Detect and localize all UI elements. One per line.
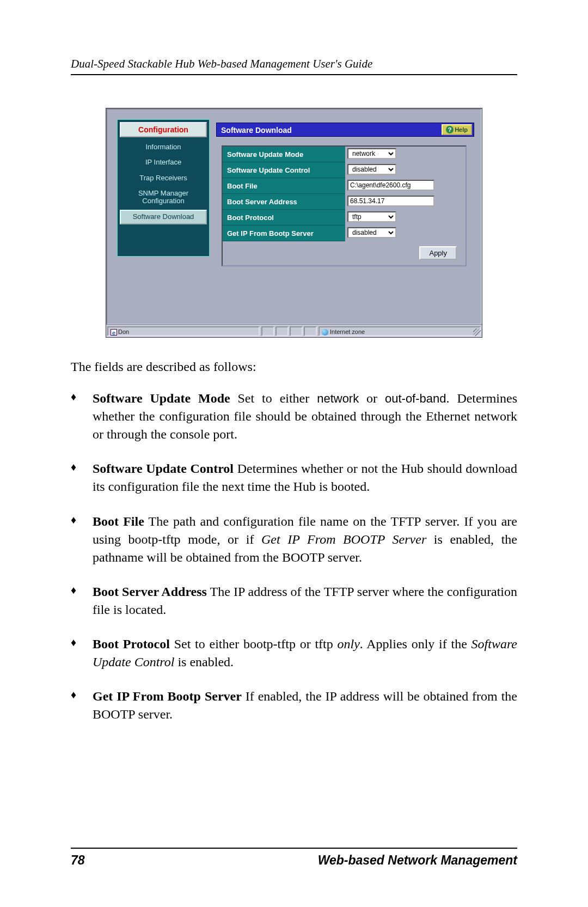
select-software-update-mode[interactable]: network xyxy=(347,148,396,159)
sidebar-item-information[interactable]: Information xyxy=(118,139,209,155)
term: Get IP From Bootp Server xyxy=(93,689,242,703)
page-footer: 78 Web-based Network Management xyxy=(71,848,517,868)
panel-title-bar: Software Download ?Help xyxy=(216,123,474,137)
select-boot-protocol[interactable]: tftp xyxy=(347,211,396,222)
page-header: Dual-Speed Stackable Hub Web-based Manag… xyxy=(71,57,517,75)
bullet-boot-server-address: Boot Server Address The IP address of th… xyxy=(93,583,517,619)
help-icon: ? xyxy=(446,126,454,133)
term: Software Update Mode xyxy=(93,391,230,405)
row-boot-server-address: Boot Server Address xyxy=(223,194,465,210)
sidebar-item-software-download[interactable]: Software Download xyxy=(120,210,207,224)
status-left: Don xyxy=(107,326,260,336)
screenshot-body: Configuration Information IP Interface T… xyxy=(106,108,482,325)
ie-icon xyxy=(111,329,117,336)
term: Boot Protocol xyxy=(93,637,170,651)
field-list: Software Update Mode Set to either netwo… xyxy=(71,389,517,724)
label-software-update-mode: Software Update Mode xyxy=(223,147,345,162)
label-boot-protocol: Boot Protocol xyxy=(223,210,345,226)
bullet-get-ip-bootp: Get IP From Bootp Server If enabled, the… xyxy=(93,687,517,723)
bullet-software-update-mode: Software Update Mode Set to either netwo… xyxy=(93,389,517,443)
row-software-update-control: Software Update Control disabled xyxy=(223,162,465,178)
globe-icon xyxy=(322,329,328,336)
text: Set to either bootp-tftp or tftp xyxy=(170,637,338,651)
row-get-ip-bootp: Get IP From Bootp Server disabled xyxy=(223,226,465,241)
input-boot-file[interactable] xyxy=(347,180,434,191)
status-seg-1 xyxy=(261,326,274,336)
status-left-text: Don xyxy=(118,328,129,335)
code-text: network xyxy=(317,392,359,405)
label-boot-server-address: Boot Server Address xyxy=(223,194,345,210)
label-software-update-control: Software Update Control xyxy=(223,162,345,178)
row-boot-protocol: Boot Protocol tftp xyxy=(223,210,465,226)
screenshot-container: Configuration Information IP Interface T… xyxy=(106,108,482,338)
term: Boot File xyxy=(93,514,144,528)
text: or xyxy=(359,391,385,405)
config-sidebar: Configuration Information IP Interface T… xyxy=(117,119,210,257)
term: Software Update Control xyxy=(93,461,234,476)
bullet-boot-protocol: Boot Protocol Set to either bootp-tftp o… xyxy=(93,635,517,671)
help-label: Help xyxy=(455,126,468,133)
panel-title-text: Software Download xyxy=(221,126,292,135)
resize-grip-icon xyxy=(473,328,481,336)
input-boot-server-address[interactable] xyxy=(347,196,434,206)
footer-section: Web-based Network Management xyxy=(318,853,517,868)
status-seg-2 xyxy=(275,326,289,336)
select-software-update-control[interactable]: disabled xyxy=(347,164,396,175)
status-bar: Don Internet zone xyxy=(106,324,482,337)
sidebar-item-snmp-manager[interactable]: SNMP Manager Configuration xyxy=(118,186,209,209)
italic-text: only xyxy=(337,637,359,651)
select-get-ip-bootp[interactable]: disabled xyxy=(347,227,396,238)
text: Set to either xyxy=(230,391,317,405)
apply-button[interactable]: Apply xyxy=(419,246,457,260)
status-seg-4 xyxy=(304,326,317,336)
italic-text: Get IP From BOOTP Server xyxy=(261,532,426,546)
label-boot-file: Boot File xyxy=(223,178,345,194)
status-zone: Internet zone xyxy=(318,326,481,336)
intro-text: The fields are described as follows: xyxy=(71,360,517,374)
text: is enabled. xyxy=(174,655,234,669)
status-zone-text: Internet zone xyxy=(330,328,365,335)
bullet-boot-file: Boot File The path and configuration fil… xyxy=(93,513,517,567)
row-boot-file: Boot File xyxy=(223,178,465,194)
row-software-update-mode: Software Update Mode network xyxy=(223,147,465,162)
sidebar-title: Configuration xyxy=(120,122,207,137)
bullet-software-update-control: Software Update Control Determines wheth… xyxy=(93,460,517,496)
code-text: out-of-band xyxy=(385,392,446,405)
status-seg-3 xyxy=(290,326,303,336)
sidebar-item-trap-receivers[interactable]: Trap Receivers xyxy=(118,171,209,186)
form-panel: Software Update Mode network Software Up… xyxy=(222,145,467,266)
text: . Applies only if the xyxy=(360,637,471,651)
label-get-ip-bootp: Get IP From Bootp Server xyxy=(223,226,345,241)
term: Boot Server Address xyxy=(93,585,207,599)
sidebar-item-ip-interface[interactable]: IP Interface xyxy=(118,155,209,170)
help-button[interactable]: ?Help xyxy=(442,124,472,135)
page-number: 78 xyxy=(71,853,85,868)
